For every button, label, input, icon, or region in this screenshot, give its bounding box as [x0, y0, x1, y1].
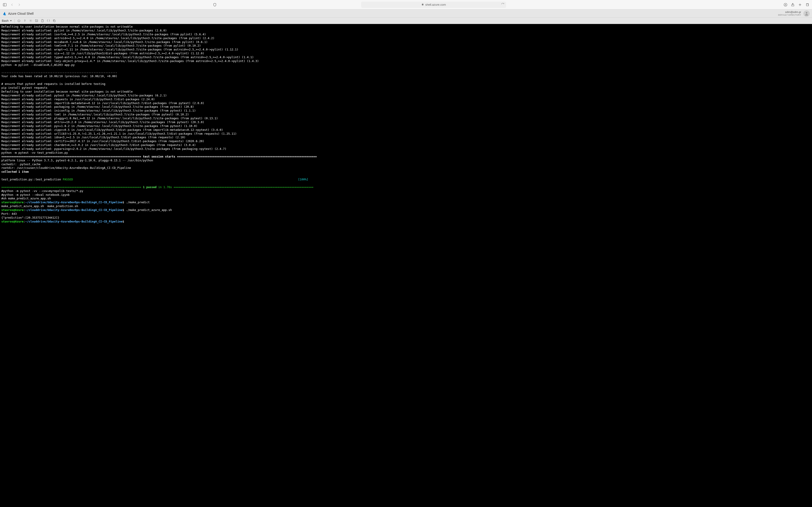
svg-rect-11 — [54, 20, 55, 22]
settings-icon[interactable] — [29, 19, 33, 23]
user-email: sdim@sdim.gr — [778, 11, 801, 14]
terminal-output[interactable]: Defaulting to user installation because … — [0, 24, 812, 507]
user-block[interactable]: sdim@sdim.gr DEFAULT DIRECTORY — [778, 11, 801, 16]
svg-rect-0 — [3, 3, 6, 6]
shell-select-wrap[interactable]: Bash — [2, 19, 12, 22]
azure-logo: Azure Cloud Shell — [2, 11, 34, 16]
shell-type-select[interactable]: Bash — [2, 19, 12, 22]
svg-point-7 — [806, 12, 807, 13]
new-file-icon[interactable] — [41, 19, 44, 23]
separator — [14, 19, 15, 23]
user-directory: DEFAULT DIRECTORY — [778, 14, 801, 16]
shield-icon[interactable] — [213, 3, 217, 7]
copy-icon[interactable] — [52, 19, 56, 23]
browser-chrome: shell.azure.com — [0, 0, 812, 9]
back-icon[interactable] — [10, 3, 14, 7]
shell-toolbar: Bash — [0, 18, 812, 24]
address-text: shell.azure.com — [425, 3, 446, 6]
new-tab-icon[interactable] — [798, 3, 802, 7]
svg-point-10 — [30, 20, 31, 21]
address-bar[interactable]: shell.azure.com — [361, 2, 506, 8]
upload-icon[interactable] — [35, 19, 38, 23]
azure-title: Azure Cloud Shell — [8, 12, 34, 15]
share-icon[interactable] — [791, 3, 795, 7]
azure-header: Azure Cloud Shell sdim@sdim.gr DEFAULT D… — [0, 9, 812, 18]
sidebar-toggle-icon[interactable] — [3, 3, 7, 7]
lock-icon — [421, 3, 424, 6]
refresh-icon[interactable] — [501, 3, 504, 7]
power-icon[interactable] — [17, 19, 20, 23]
forward-icon[interactable] — [17, 3, 21, 7]
braces-icon[interactable] — [46, 19, 50, 23]
avatar[interactable] — [803, 10, 810, 17]
download-icon[interactable] — [783, 3, 788, 7]
tabs-icon[interactable] — [805, 3, 809, 7]
help-icon[interactable] — [23, 19, 27, 23]
